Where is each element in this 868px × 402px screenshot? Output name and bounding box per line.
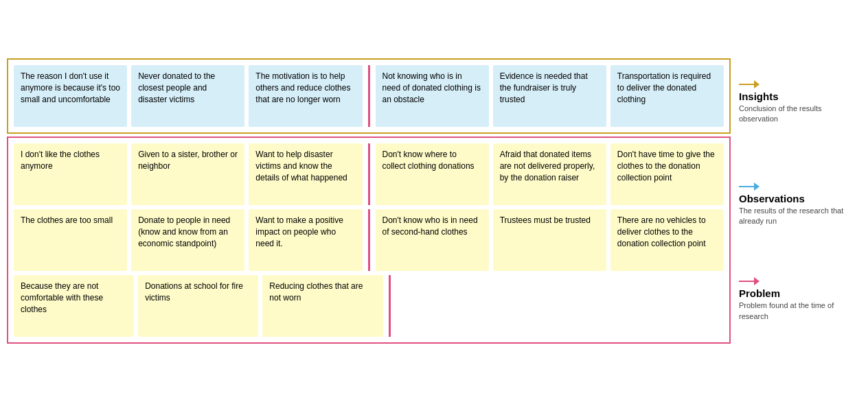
prob-arrow: [739, 277, 861, 285]
insights-card-6: Transportation is required to deliver th…: [610, 65, 724, 127]
obs-r1-l3: Want to help disaster victims and know t…: [249, 143, 362, 205]
obs-row2: The clothes are too small Donate to peop…: [14, 209, 724, 271]
obs-row1: I don't like the clothes anymore Given t…: [14, 143, 724, 205]
insights-divider: [368, 65, 370, 127]
insights-card-2: Never donated to the closest people and …: [131, 65, 244, 127]
obs-r2-l1: The clothes are too small: [14, 209, 127, 271]
problem-row: Because they are not comfortable with th…: [14, 275, 724, 337]
prob-l2: Donations at school for fire victims: [138, 275, 258, 337]
problem-label-block: Problem Problem found at the time of res…: [739, 277, 861, 322]
prob-empty3: [617, 275, 724, 337]
obs-r1-r1: Don't know where to collect clothing don…: [376, 143, 489, 205]
obs-r2-r2: Trustees must be trusted: [493, 209, 606, 271]
obs-r1-r2: Afraid that donated items are not delive…: [493, 143, 606, 205]
insights-arrow-line: [739, 84, 754, 85]
obs-r1-l1: I don't like the clothes anymore: [14, 143, 127, 205]
grids-column: The reason I don't use it anymore is bec…: [7, 58, 731, 344]
obs-r2-r3: There are no vehicles to deliver clothes…: [610, 209, 724, 271]
obs-desc: The results of the research that already…: [739, 206, 861, 227]
insights-section: The reason I don't use it anymore is bec…: [7, 58, 731, 134]
obs-r1-r3: Don't have time to give the clothes to t…: [610, 143, 724, 205]
prob-title: Problem: [739, 287, 861, 299]
main-container: The reason I don't use it anymore is bec…: [7, 58, 861, 344]
obs-arrow-line: [739, 186, 754, 187]
obs-arrowhead: [754, 182, 760, 191]
obs-r2-divider: [368, 209, 370, 271]
insights-card-3: The motivation is to help others and red…: [249, 65, 362, 127]
prob-empty: [396, 275, 503, 337]
obs-r1-divider: [368, 143, 370, 205]
obs-title: Observations: [739, 193, 861, 204]
obs-r2-l3: Want to make a positive impact on people…: [249, 209, 362, 271]
insights-label-block: Insights Conclusion of the results obser…: [739, 80, 861, 125]
prob-l1: Because they are not comfortable with th…: [14, 275, 134, 337]
obs-arrow: [739, 182, 861, 191]
insights-card-1: The reason I don't use it anymore is bec…: [14, 65, 127, 127]
prob-desc: Problem found at the time of research: [739, 300, 861, 322]
observations-problem-section: I don't like the clothes anymore Given t…: [7, 137, 731, 344]
obs-r1-l2: Given to a sister, brother or neighbor: [131, 143, 244, 205]
prob-arrowhead: [754, 277, 760, 285]
prob-divider: [389, 275, 391, 337]
right-labels: Insights Conclusion of the results obser…: [731, 58, 861, 344]
insights-arrow: [739, 80, 861, 88]
insights-card-4: Not knowing who is in need of donated cl…: [376, 65, 489, 127]
obs-r2-r1: Don't know who is in need of second-hand…: [376, 209, 489, 271]
obs-r2-l2: Donate to people in need (know and know …: [131, 209, 244, 271]
insights-desc: Conclusion of the results observation: [739, 104, 861, 125]
prob-l3: Reducing clothes that are not worn: [262, 275, 382, 337]
insights-title: Insights: [739, 91, 861, 102]
insights-card-5: Evidence is needed that the fundraiser i…: [493, 65, 606, 127]
prob-arrow-line: [739, 281, 754, 282]
observations-label-block: Observations The results of the research…: [739, 182, 861, 227]
insights-arrowhead: [754, 80, 760, 88]
prob-empty2: [507, 275, 613, 337]
